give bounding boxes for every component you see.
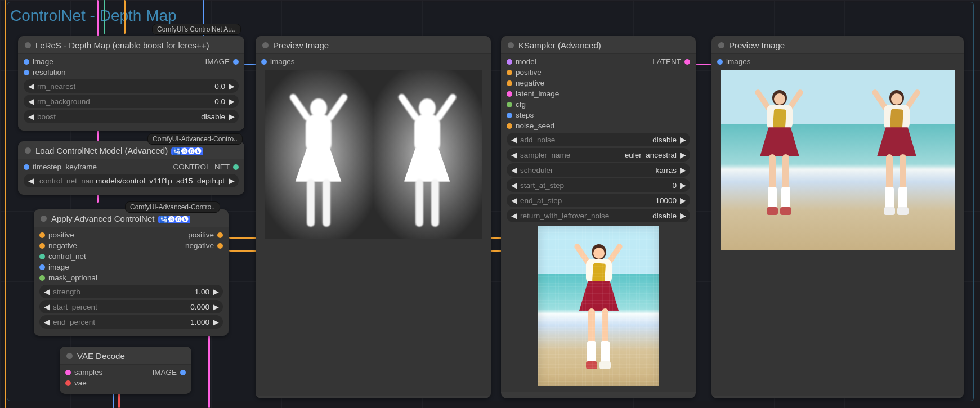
output-image[interactable]	[838, 70, 955, 250]
port-positive-out[interactable]	[217, 232, 223, 238]
port-negative-in[interactable]	[507, 80, 512, 86]
node-title: VAE Decode	[77, 351, 125, 361]
node-header[interactable]: Preview Image	[256, 36, 491, 54]
widget-end-percent[interactable]: ◀end_percent1.000▶	[39, 315, 223, 329]
port-cfg-in[interactable]	[507, 102, 512, 107]
node-leres-depthmap[interactable]: LeReS - Depth Map (enable boost for lere…	[18, 36, 244, 131]
arrow-left-icon[interactable]: ◀	[510, 165, 518, 174]
widget-strength[interactable]: ◀strength1.00▶	[39, 285, 223, 298]
node-title: LeReS - Depth Map (enable boost for lere…	[35, 41, 209, 50]
pack-badge-icon: 🛂🅐🅒🅝	[158, 216, 190, 223]
arrow-left-icon[interactable]: ◀	[510, 181, 518, 190]
node-title: KSampler (Advanced)	[518, 41, 601, 50]
node-load-controlnet[interactable]: Load ControlNet Model (Advanced) 🛂🅐🅒🅝 ti…	[18, 141, 244, 195]
port-image-out[interactable]	[180, 370, 186, 375]
port-samples-in[interactable]	[65, 370, 71, 375]
widget-boost[interactable]: ◀boostdisable▶	[24, 110, 239, 123]
arrow-left-icon[interactable]: ◀	[43, 317, 51, 326]
widget-control-net-name[interactable]: ◀control_net_namemodels/control_v11f1p_s…	[24, 174, 239, 187]
port-images-in[interactable]	[717, 59, 723, 65]
node-preview-image-depth[interactable]: Preview Image images	[256, 36, 491, 398]
collapse-toggle[interactable]	[25, 42, 31, 48]
widget-add-noise[interactable]: ◀add_noisedisable▶	[507, 133, 690, 146]
widget-start-at-step[interactable]: ◀start_at_step0▶	[507, 178, 690, 192]
widget-sampler-name[interactable]: ◀sampler_nameeuler_ancestral▶	[507, 148, 690, 162]
port-image-in[interactable]	[39, 264, 45, 270]
widget-rm-background[interactable]: ◀rm_background0.0▶	[24, 95, 239, 108]
arrow-right-icon[interactable]: ▶	[227, 97, 235, 106]
wire-edge-orange-left	[5, 0, 6, 408]
node-title: Apply Advanced ControlNet 🛂🅐🅒🅝	[51, 214, 191, 223]
port-noise-seed-in[interactable]	[507, 123, 512, 129]
arrow-right-icon[interactable]: ▶	[679, 181, 687, 190]
port-timestep-keyframe-in[interactable]	[24, 164, 29, 170]
widget-start-percent[interactable]: ◀start_percent0.000▶	[39, 300, 223, 313]
output-image[interactable]	[721, 70, 838, 250]
port-positive-in[interactable]	[39, 232, 45, 238]
arrow-right-icon[interactable]: ▶	[227, 112, 235, 121]
collapse-toggle[interactable]	[25, 147, 31, 154]
arrow-right-icon[interactable]: ▶	[227, 82, 235, 91]
port-controlnet-out[interactable]	[233, 164, 239, 170]
arrow-right-icon[interactable]: ▶	[212, 287, 220, 296]
ksampler-progress-image[interactable]	[538, 226, 659, 386]
wire-cyan-short	[104, 0, 105, 34]
collapse-toggle[interactable]	[718, 42, 724, 48]
port-model-in[interactable]	[507, 59, 512, 65]
node-header[interactable]: KSampler (Advanced)	[501, 36, 696, 54]
arrow-right-icon[interactable]: ▶	[227, 176, 235, 185]
arrow-right-icon[interactable]: ▶	[212, 302, 220, 311]
node-apply-advanced-controlnet[interactable]: Apply Advanced ControlNet 🛂🅐🅒🅝 positive …	[34, 209, 229, 336]
port-resolution-in[interactable]	[24, 70, 29, 75]
node-vae-decode[interactable]: VAE Decode samples IMAGE vae	[60, 347, 191, 394]
arrow-left-icon[interactable]: ◀	[27, 112, 35, 121]
arrow-right-icon[interactable]: ▶	[679, 196, 687, 205]
arrow-left-icon[interactable]: ◀	[510, 211, 518, 220]
port-images-in[interactable]	[261, 59, 267, 65]
arrow-right-icon[interactable]: ▶	[679, 150, 687, 159]
arrow-right-icon[interactable]: ▶	[679, 165, 687, 174]
arrow-left-icon[interactable]: ◀	[510, 196, 518, 205]
port-image-in[interactable]	[24, 59, 29, 65]
collapse-toggle[interactable]	[41, 216, 47, 222]
node-header[interactable]: LeReS - Depth Map (enable boost for lere…	[18, 36, 244, 54]
depth-map-image[interactable]	[373, 70, 482, 239]
node-ksampler-advanced[interactable]: KSampler (Advanced) model LATENT positiv…	[501, 36, 696, 398]
arrow-left-icon[interactable]: ◀	[27, 176, 35, 185]
port-negative-in[interactable]	[39, 243, 45, 249]
group-title[interactable]: ControlNet - Depth Map	[10, 7, 177, 25]
port-image-out[interactable]	[233, 59, 239, 65]
port-mask-optional-in[interactable]	[39, 275, 45, 281]
arrow-right-icon[interactable]: ▶	[679, 135, 687, 144]
arrow-right-icon[interactable]: ▶	[679, 211, 687, 220]
arrow-left-icon[interactable]: ◀	[510, 135, 518, 144]
arrow-right-icon[interactable]: ▶	[212, 317, 220, 326]
port-vae-in[interactable]	[65, 380, 71, 386]
arrow-left-icon[interactable]: ◀	[43, 287, 51, 296]
widget-return-leftover-noise[interactable]: ◀return_with_leftover_noisedisable▶	[507, 209, 690, 222]
arrow-left-icon[interactable]: ◀	[27, 82, 35, 91]
arrow-left-icon[interactable]: ◀	[510, 150, 518, 159]
collapse-toggle[interactable]	[508, 42, 514, 48]
port-latent-out[interactable]	[684, 59, 690, 65]
preview-gallery[interactable]	[261, 67, 485, 243]
widget-scheduler[interactable]: ◀schedulerkarras▶	[507, 163, 690, 177]
port-steps-in[interactable]	[507, 113, 512, 118]
node-header[interactable]: Preview Image	[711, 36, 964, 54]
arrow-left-icon[interactable]: ◀	[43, 302, 51, 311]
node-badge-mid2: ComfyUI-Advanced-Contro..	[125, 201, 220, 213]
collapse-toggle[interactable]	[66, 353, 73, 359]
widget-end-at-step[interactable]: ◀end_at_step10000▶	[507, 194, 690, 207]
port-latent-image-in[interactable]	[507, 91, 512, 97]
collapse-toggle[interactable]	[262, 42, 269, 48]
preview-gallery[interactable]	[717, 67, 958, 254]
port-negative-out[interactable]	[217, 243, 223, 249]
port-controlnet-in[interactable]	[39, 254, 45, 259]
node-header[interactable]: VAE Decode	[60, 347, 191, 365]
widget-rm-nearest[interactable]: ◀rm_nearest0.0▶	[24, 79, 239, 93]
node-title: Load ControlNet Model (Advanced) 🛂🅐🅒🅝	[35, 146, 204, 155]
depth-map-image[interactable]	[265, 70, 373, 239]
node-preview-image-final[interactable]: Preview Image images	[711, 36, 964, 398]
port-positive-in[interactable]	[507, 70, 512, 75]
arrow-left-icon[interactable]: ◀	[27, 97, 35, 106]
